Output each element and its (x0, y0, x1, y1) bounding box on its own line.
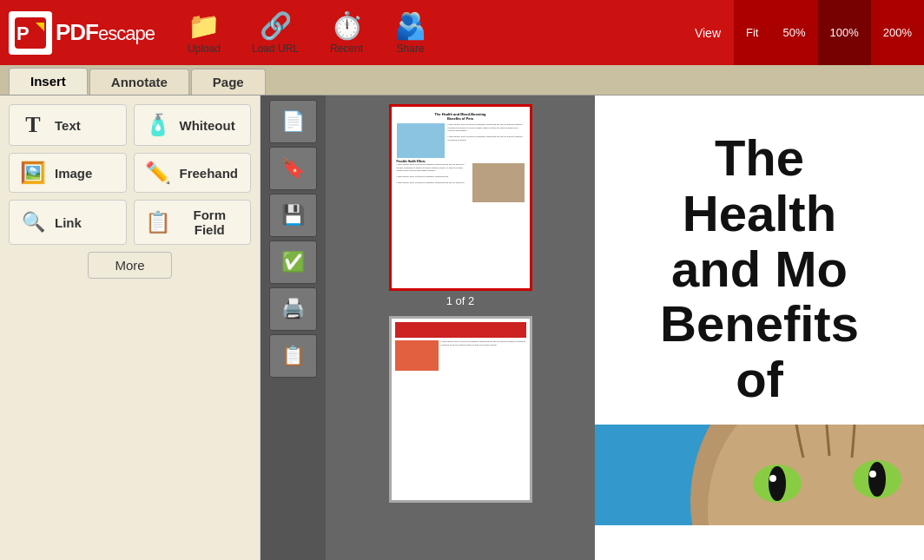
tab-insert[interactable]: Insert (9, 68, 88, 95)
link-tool-button[interactable]: 🔍 Link (9, 200, 127, 245)
recent-icon: ⏱️ (331, 10, 363, 41)
tools-panel: T Text 🧴 Whiteout 🖼️ Image ✏️ Freehand 🔍… (0, 96, 261, 560)
print-icon: 🖨️ (281, 298, 305, 320)
thumbnail-page-2[interactable]: Lorem ipsum dolor sit amet consectetur a… (389, 316, 532, 503)
bookmark-icon: 🔖 (281, 157, 305, 180)
zoom-100-button[interactable]: 100% (818, 0, 871, 65)
zoom-50-button[interactable]: 50% (770, 0, 817, 65)
bookmark-sidebar-button[interactable]: 🔖 (269, 147, 317, 190)
logo-text: PDFescape (56, 19, 155, 46)
thumb-label-1: 1 of 2 (446, 294, 475, 307)
link-icon: 🔍 (20, 211, 46, 234)
recent-button[interactable]: ⏱️ Recent (323, 7, 370, 58)
svg-point-12 (769, 466, 786, 501)
upload-button[interactable]: 📁 Upload (181, 7, 228, 58)
pages-sidebar-button[interactable]: 📄 (269, 100, 317, 143)
freehand-tool-button[interactable]: ✏️ Freehand (134, 153, 252, 193)
save-sidebar-button[interactable]: 💾 (269, 194, 317, 237)
thumbnail-page-1[interactable]: The Health and Mood-BoostingBenefits of … (389, 104, 532, 307)
text-icon: T (20, 112, 46, 138)
pages-icon: 📄 (281, 110, 305, 133)
zoom-200-button[interactable]: 200% (871, 0, 924, 65)
left-sidebar: 📄 🔖 💾 ✅ 🖨️ 📋 (261, 96, 326, 560)
thumb-frame-2: Lorem ipsum dolor sit amet consectetur a… (389, 316, 532, 503)
form-field-icon: 📋 (145, 210, 171, 234)
share-button[interactable]: 🫂 Share (387, 7, 433, 58)
upload-icon: 📁 (188, 10, 220, 41)
thumb-frame-1: The Health and Mood-BoostingBenefits of … (389, 104, 532, 291)
copy-sidebar-button[interactable]: 📋 (269, 334, 317, 378)
check-sidebar-button[interactable]: ✅ (269, 240, 317, 284)
load-url-button[interactable]: 🔗 Load URL (245, 7, 306, 58)
tab-page[interactable]: Page (191, 69, 266, 95)
print-sidebar-button[interactable]: 🖨️ (269, 287, 317, 331)
pdf-cat-image (595, 425, 924, 525)
share-icon: 🫂 (394, 10, 426, 41)
copy-icon: 📋 (281, 345, 305, 367)
svg-text:P: P (16, 23, 30, 44)
more-button[interactable]: More (88, 252, 171, 279)
pdf-area: The Health and MoBenefits of (595, 96, 924, 560)
whiteout-icon: 🧴 (145, 113, 171, 137)
logo-area[interactable]: P PDFescape (9, 11, 155, 55)
save-icon: 💾 (281, 204, 305, 227)
logo-icon: P (9, 11, 52, 55)
svg-point-15 (869, 471, 876, 478)
tab-annotate[interactable]: Annotate (89, 69, 189, 95)
svg-point-13 (868, 462, 886, 497)
view-label[interactable]: View (682, 26, 734, 40)
form-field-tool-button[interactable]: 📋 Form Field (134, 200, 252, 245)
text-tool-button[interactable]: T Text (9, 104, 127, 146)
svg-point-14 (769, 475, 776, 482)
thumbnail-panel: The Health and Mood-BoostingBenefits of … (326, 96, 595, 560)
image-icon: 🖼️ (20, 161, 46, 185)
pdf-title: The Health and MoBenefits of (647, 130, 872, 407)
whiteout-tool-button[interactable]: 🧴 Whiteout (134, 104, 252, 146)
image-tool-button[interactable]: 🖼️ Image (9, 153, 127, 193)
freehand-icon: ✏️ (145, 161, 171, 185)
load-url-icon: 🔗 (260, 10, 292, 41)
pdf-page: The Health and MoBenefits of (595, 96, 924, 560)
check-icon: ✅ (281, 251, 305, 273)
tool-grid: T Text 🧴 Whiteout 🖼️ Image ✏️ Freehand 🔍… (9, 104, 251, 245)
zoom-fit-button[interactable]: Fit (734, 0, 770, 65)
